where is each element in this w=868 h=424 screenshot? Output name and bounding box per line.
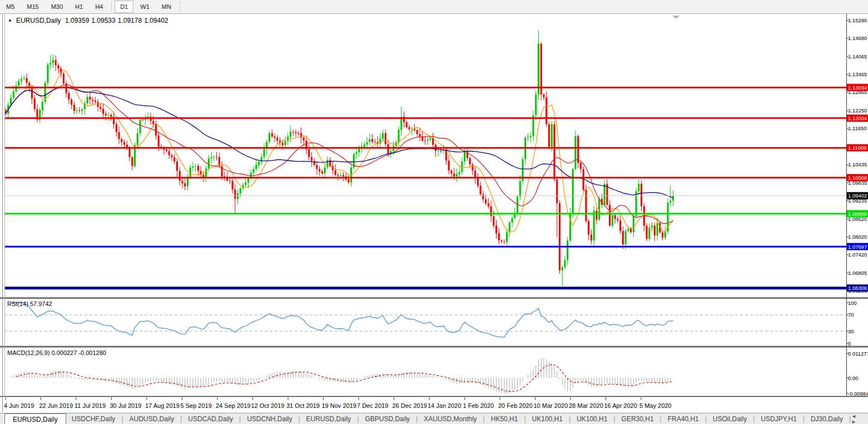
svg-text:1.11009: 1.11009: [848, 145, 867, 151]
svg-text:30 Jul 2019: 30 Jul 2019: [110, 402, 142, 409]
date-axis: 4 Jun 201922 Jun 201911 Jul 201930 Jul 2…: [4, 397, 671, 409]
svg-text:1.15280: 1.15280: [848, 17, 867, 23]
svg-text:1.13034: 1.13034: [848, 85, 867, 91]
tab-dj30-daily[interactable]: DJ30,Daily: [805, 414, 849, 424]
svg-text:1.09402: 1.09402: [848, 193, 867, 199]
main-price-pane[interactable]: [4, 14, 846, 297]
svg-text:0.011277: 0.011277: [848, 351, 868, 357]
svg-text:1.10435: 1.10435: [848, 161, 867, 167]
chart-window: 1.152801.146801.140651.134651.128651.122…: [0, 14, 868, 413]
toolbar-separator: [180, 2, 180, 12]
svg-text:1.07420: 1.07420: [848, 252, 867, 258]
timeframe-button-w1[interactable]: W1: [135, 1, 155, 13]
tab-uk100-h1[interactable]: UK100,H1: [527, 414, 568, 424]
svg-text:19 Nov 2019: 19 Nov 2019: [322, 402, 356, 409]
svg-text:10 Mar 2020: 10 Mar 2020: [534, 402, 568, 409]
svg-text:24 Sep 2019: 24 Sep 2019: [216, 402, 250, 409]
svg-text:70: 70: [848, 312, 854, 318]
rsi-axis: 10070300: [846, 300, 857, 347]
svg-text:100: 100: [848, 300, 857, 306]
symbol-dropdown-icon[interactable]: ▼: [8, 18, 12, 23]
timeframe-button-mn[interactable]: MN: [156, 1, 177, 13]
timeframe-button-m15[interactable]: M15: [21, 1, 44, 13]
tab-usoil-daily[interactable]: USOil,Daily: [707, 414, 752, 424]
trading-app-window: M5M15M30H1H4D1W1MN 1.152801.146801.14065…: [0, 0, 868, 424]
svg-text:17 Aug 2019: 17 Aug 2019: [145, 402, 180, 409]
tab-eurusd-daily[interactable]: EURUSD,Daily: [4, 413, 66, 424]
svg-text:31 Oct 2019: 31 Oct 2019: [286, 402, 320, 409]
tab-audusd-daily[interactable]: AUDUSD,Daily: [124, 414, 180, 424]
timeframe-button-d1[interactable]: D1: [115, 1, 133, 13]
svg-text:16 Apr 2020: 16 Apr 2020: [604, 402, 637, 409]
tab-gbpusd-daily[interactable]: GBPUSD,Daily: [359, 414, 415, 424]
svg-text:1.08020: 1.08020: [848, 234, 867, 240]
svg-text:0.00: 0.00: [848, 375, 859, 381]
chart-canvas[interactable]: 1.152801.146801.140651.134651.128651.122…: [0, 14, 868, 413]
svg-text:22 Jun 2019: 22 Jun 2019: [39, 402, 73, 409]
chart-symbol-label: EURUSD,Daily: [16, 17, 61, 24]
timeframe-button-h1[interactable]: H1: [70, 1, 88, 13]
tab-uk100-h1[interactable]: UK100,H1: [571, 414, 613, 424]
tab-usdcad-daily[interactable]: USDCAD,Daily: [182, 414, 239, 424]
rsi-indicator-label: RSI(14) 57.9742: [7, 300, 52, 307]
svg-text:5 Sep 2019: 5 Sep 2019: [181, 402, 212, 409]
tab-hk50-h1[interactable]: HK50,H1: [485, 414, 524, 424]
tab-fra40-h1[interactable]: FRA40,H1: [662, 414, 705, 424]
svg-text:1.06306: 1.06306: [848, 285, 867, 291]
timeframe-button-h4[interactable]: H4: [90, 1, 108, 13]
ohlc-low: 1.09178: [118, 17, 142, 24]
chart-title: ▼EURUSD,Daily 1.093591.095331.091781.094…: [8, 17, 168, 24]
ohlc-high: 1.09533: [91, 17, 115, 24]
tab-ger30-h1[interactable]: GER30,H1: [616, 414, 659, 424]
svg-text:4 Jun 2019: 4 Jun 2019: [4, 402, 34, 409]
svg-text:1.12004: 1.12004: [848, 115, 867, 121]
svg-text:14 Jan 2020: 14 Jan 2020: [428, 402, 462, 409]
svg-text:1.11650: 1.11650: [848, 125, 867, 131]
svg-text:1.12250: 1.12250: [848, 107, 867, 114]
svg-text:1.07697: 1.07697: [848, 244, 867, 250]
macd-pane[interactable]: [4, 348, 846, 396]
tab-usdjpy-h1[interactable]: USDJPY,H1: [755, 414, 802, 424]
svg-text:12 Oct 2019: 12 Oct 2019: [251, 402, 285, 409]
toolbar-separator: [111, 2, 112, 12]
svg-text:5 May 2020: 5 May 2020: [639, 402, 671, 409]
svg-text:1.14065: 1.14065: [848, 53, 867, 60]
tab-xauusd-monthly[interactable]: XAUUSD,Monthly: [418, 414, 482, 424]
ohlc-close: 1.09402: [144, 17, 168, 24]
svg-text:-0.00884: -0.00884: [848, 391, 868, 397]
svg-text:1 Feb 2020: 1 Feb 2020: [463, 402, 494, 409]
timeframe-button-m30[interactable]: M30: [46, 1, 68, 13]
timeframe-button-m5[interactable]: M5: [1, 1, 20, 13]
rsi-pane[interactable]: [4, 299, 846, 345]
tab-scroll-arrows[interactable]: ◄ ►: [851, 413, 864, 424]
svg-text:30: 30: [848, 328, 854, 334]
timeframe-toolbar: M5M15M30H1H4D1W1MN: [0, 0, 868, 14]
svg-text:11 Jul 2019: 11 Jul 2019: [75, 402, 106, 409]
svg-text:20 Feb 2020: 20 Feb 2020: [498, 402, 533, 409]
svg-text:1.14680: 1.14680: [848, 35, 867, 41]
svg-text:28 Mar 2020: 28 Mar 2020: [569, 402, 603, 409]
tab-usdcnh-daily[interactable]: USDCNH,Daily: [241, 414, 297, 424]
svg-text:0: 0: [848, 341, 851, 347]
macd-axis: 0.0112770.00-0.00884: [846, 351, 868, 397]
svg-text:1.10008: 1.10008: [848, 175, 867, 181]
svg-text:1.13465: 1.13465: [848, 71, 867, 77]
macd-indicator-label: MACD(12,26,9) 0.000227 -0.001280: [7, 349, 106, 356]
ohlc-open: 1.09359: [65, 17, 89, 24]
svg-text:26 Dec 2019: 26 Dec 2019: [393, 402, 427, 409]
price-axis-badges: 1.130341.120041.110091.100081.088001.076…: [847, 84, 868, 292]
tab-eurusd-daily[interactable]: EURUSD,Daily: [301, 414, 357, 424]
price-axis: 1.152801.146801.140651.134651.128651.122…: [846, 17, 867, 294]
tab-usdchf-daily[interactable]: USDCHF,Daily: [66, 414, 121, 424]
svg-text:7 Dec 2019: 7 Dec 2019: [357, 402, 388, 409]
chart-tab-bar: EURUSD,DailyUSDCHF,Daily|AUDUSD,Daily|US…: [0, 413, 868, 424]
svg-text:1.06805: 1.06805: [848, 270, 867, 276]
svg-text:1.08800: 1.08800: [848, 211, 867, 217]
